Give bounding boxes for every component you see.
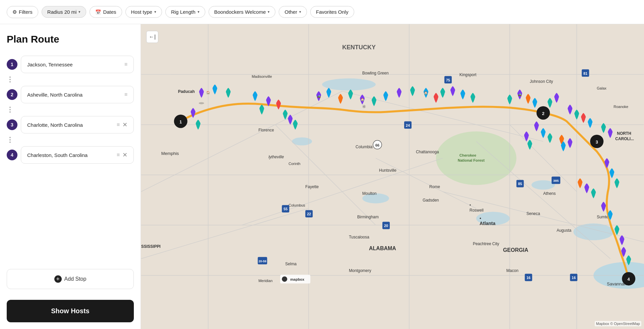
svg-text:Bowling Green: Bowling Green xyxy=(362,71,389,75)
svg-text:85: 85 xyxy=(518,182,522,186)
svg-text:20: 20 xyxy=(384,224,388,228)
svg-point-153 xyxy=(609,170,614,175)
svg-text:Roanoke: Roanoke xyxy=(613,105,628,109)
svg-text:Florence: Florence xyxy=(258,128,274,132)
svg-point-104 xyxy=(199,102,204,104)
svg-point-127 xyxy=(434,95,438,99)
svg-text:lytheville: lytheville xyxy=(268,155,284,159)
stop-number-2: 2 xyxy=(7,89,17,100)
svg-text:22: 22 xyxy=(307,212,311,216)
svg-text:Macon: Macon xyxy=(506,268,519,273)
svg-point-116 xyxy=(293,121,298,126)
svg-point-132 xyxy=(507,96,512,101)
svg-point-113 xyxy=(276,101,281,106)
svg-point-160 xyxy=(614,227,619,231)
collapse-sidebar-button[interactable]: ←| xyxy=(146,31,158,43)
svg-text:55: 55 xyxy=(283,207,287,211)
svg-point-163 xyxy=(626,257,631,262)
svg-text:4: 4 xyxy=(628,277,630,282)
svg-point-109 xyxy=(196,121,201,126)
svg-point-149 xyxy=(559,136,564,141)
stop-input-1[interactable]: Jackson, Tennessee ≡ xyxy=(21,56,134,73)
other-button[interactable]: Other ▾ xyxy=(279,6,307,18)
radius-button[interactable]: Radius 20 mi ▾ xyxy=(42,6,87,18)
drag-handle-icon-3[interactable]: ≡ xyxy=(117,122,120,128)
svg-text:NORTH: NORTH xyxy=(617,131,631,136)
svg-point-162 xyxy=(621,249,626,253)
svg-point-170 xyxy=(282,276,287,282)
svg-text:KENTUCKY: KENTUCKY xyxy=(342,44,376,51)
svg-text:Fayette: Fayette xyxy=(305,184,319,189)
svg-point-107 xyxy=(226,90,231,94)
svg-point-120 xyxy=(348,91,353,96)
svg-point-154 xyxy=(614,180,619,184)
dot xyxy=(9,139,11,141)
dates-label: Dates xyxy=(103,9,116,15)
svg-text:🚜: 🚜 xyxy=(317,94,321,98)
filter-bar: ⚙ Filters Radius 20 mi ▾ 📅 Dates Host ty… xyxy=(0,0,644,24)
stop-input-2[interactable]: Asheville, North Carolina ≡ xyxy=(21,86,134,103)
stop-row-1: 1 Jackson, Tennessee ≡ xyxy=(7,54,134,74)
map-area[interactable]: ←| Cherokee National Forest xyxy=(141,24,644,329)
svg-point-148 xyxy=(528,142,532,146)
remove-stop-4-button[interactable]: ✕ xyxy=(122,152,127,158)
svg-point-159 xyxy=(608,212,612,216)
stop-dots-3 xyxy=(9,135,11,145)
show-hosts-label: Show Hosts xyxy=(51,307,89,315)
svg-text:Meridian: Meridian xyxy=(258,279,272,283)
svg-text:75: 75 xyxy=(446,78,450,82)
svg-point-161 xyxy=(620,237,624,241)
attribution-text: Mapbox © OpenStreetMap xyxy=(596,322,640,326)
filters-button[interactable]: ⚙ Filters xyxy=(7,6,38,18)
host-type-button[interactable]: Host type ▾ xyxy=(125,6,162,18)
svg-text:🏠: 🏠 xyxy=(424,91,428,95)
svg-point-108 xyxy=(191,110,196,114)
drag-handle-icon-1[interactable]: ≡ xyxy=(124,61,127,67)
add-stop-button[interactable]: + Add Stop xyxy=(7,269,134,289)
drag-handle-icon-2[interactable]: ≡ xyxy=(124,92,127,98)
svg-text:🏠: 🏠 xyxy=(206,91,210,95)
favorites-only-button[interactable]: Favorites Only xyxy=(310,6,354,18)
svg-text:Huntsville: Huntsville xyxy=(379,168,396,173)
favorites-label: Favorites Only xyxy=(316,9,348,15)
stop-connector-2: 2 xyxy=(7,89,17,100)
svg-text:National Forest: National Forest xyxy=(458,158,485,162)
remove-stop-3-button[interactable]: ✕ xyxy=(122,122,127,128)
svg-text:24: 24 xyxy=(406,123,410,127)
filters-label: Filters xyxy=(19,9,33,15)
stop-input-4[interactable]: Charleston, South Carolina ≡ ✕ xyxy=(21,146,134,164)
sidebar: Plan Route 1 Jackson, Tennessee ≡ xyxy=(0,24,141,329)
svg-point-122 xyxy=(372,98,376,103)
stop-actions-2: ≡ xyxy=(124,92,127,98)
stop-row-2: 2 Asheville, North Carolina ≡ xyxy=(7,85,134,105)
svg-text:Rome: Rome xyxy=(429,184,440,189)
svg-point-118 xyxy=(326,90,331,94)
svg-point-157 xyxy=(591,190,596,195)
svg-text:385: 385 xyxy=(553,179,559,182)
boondockers-button[interactable]: Boondockers Welcome ▾ xyxy=(209,6,276,18)
stop-actions-1: ≡ xyxy=(124,61,127,67)
other-label: Other xyxy=(284,9,297,15)
svg-text:1: 1 xyxy=(179,119,182,124)
svg-point-110 xyxy=(253,93,257,98)
svg-text:Memphis: Memphis xyxy=(161,151,179,156)
svg-point-137 xyxy=(554,95,559,99)
svg-point-134 xyxy=(526,96,531,100)
stop-label-3: Charlotte, North Carolina xyxy=(27,122,83,128)
drag-handle-icon-4[interactable]: ≡ xyxy=(117,152,120,158)
rig-length-button[interactable]: Rig Length ▾ xyxy=(165,6,205,18)
route-stops: 1 Jackson, Tennessee ≡ xyxy=(7,54,134,264)
show-hosts-button[interactable]: Show Hosts xyxy=(7,300,134,322)
svg-point-156 xyxy=(584,185,589,189)
stop-actions-3: ≡ ✕ xyxy=(117,122,127,128)
rig-length-label: Rig Length xyxy=(171,9,196,15)
svg-point-111 xyxy=(266,98,271,103)
svg-point-140 xyxy=(581,115,586,119)
dates-button[interactable]: 📅 Dates xyxy=(90,6,122,18)
dot xyxy=(9,76,11,78)
svg-text:Corinth: Corinth xyxy=(288,162,300,166)
stop-input-3[interactable]: Charlotte, North Carolina ≡ ✕ xyxy=(21,116,134,133)
svg-text:Atlanta: Atlanta xyxy=(480,221,496,226)
svg-point-143 xyxy=(608,130,612,134)
svg-text:SSISSIPPI: SSISSIPPI xyxy=(141,244,161,249)
